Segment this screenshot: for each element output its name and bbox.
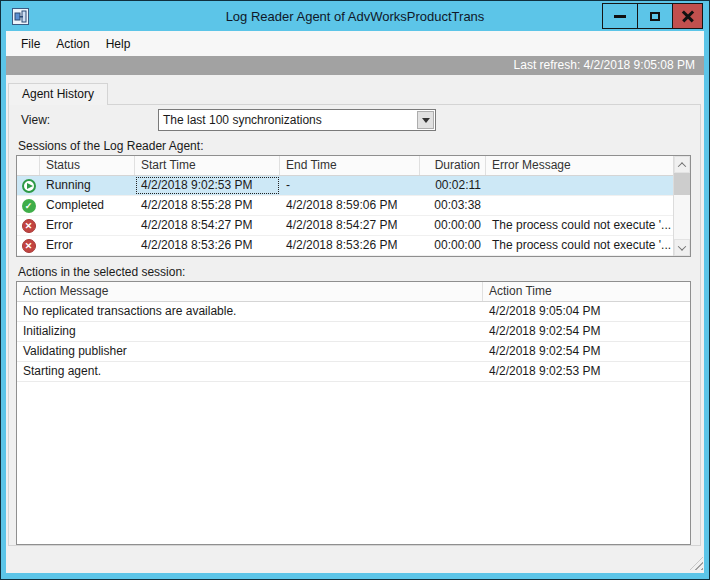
action-time-cell: 4/2/2018 9:02:54 PM	[483, 342, 690, 361]
resize-grip-icon[interactable]	[690, 557, 703, 570]
close-icon	[682, 10, 694, 22]
combobox-dropdown-button[interactable]	[417, 111, 434, 129]
action-message-cell: No replicated transactions are available…	[17, 302, 483, 321]
action-message-cell: Validating publisher	[17, 342, 483, 361]
column-header-status[interactable]: Status	[40, 156, 135, 175]
view-combobox[interactable]: The last 100 synchronizations	[158, 109, 436, 131]
sessions-scrollbar[interactable]	[673, 156, 690, 256]
session-row[interactable]: ✕Error4/2/2018 8:54:27 PM4/2/2018 8:54:2…	[17, 216, 673, 236]
end-time-cell: 4/2/2018 8:54:27 PM	[280, 216, 420, 235]
window-controls	[602, 3, 703, 29]
error-message-cell	[486, 176, 673, 195]
status-icon-cell: ✓	[17, 196, 40, 215]
scrollbar-track[interactable]	[674, 195, 690, 239]
status-cell: Error	[40, 236, 135, 255]
error-message-cell: The process could not execute '...	[486, 236, 673, 255]
status-icon-cell	[17, 176, 40, 195]
log-reader-agent-window: Log Reader Agent of AdvWorksProductTrans…	[0, 0, 710, 580]
view-row: View: The last 100 synchronizations	[16, 109, 691, 131]
action-row[interactable]: Starting agent.4/2/2018 9:02:53 PM	[17, 362, 690, 382]
duration-cell: 00:02:11	[420, 176, 486, 195]
action-time-cell: 4/2/2018 9:02:53 PM	[483, 362, 690, 381]
tab-strip: Agent History	[8, 82, 704, 104]
scroll-up-button[interactable]	[674, 156, 690, 173]
minimize-icon	[614, 15, 626, 18]
end-time-cell: 4/2/2018 8:53:26 PM	[280, 236, 420, 255]
start-time-cell: 4/2/2018 9:02:53 PM	[135, 176, 280, 195]
column-header-action-time[interactable]: Action Time	[483, 282, 690, 301]
menu-bar: File Action Help	[6, 31, 704, 56]
client-area: File Action Help Last refresh: 4/2/2018 …	[6, 31, 704, 573]
action-time-cell: 4/2/2018 9:02:54 PM	[483, 322, 690, 341]
action-message-cell: Initializing	[17, 322, 483, 341]
status-icon-cell: ✕	[17, 236, 40, 255]
sessions-table-main: Status Start Time End Time Duration Erro…	[17, 156, 673, 256]
session-row[interactable]: Running4/2/2018 9:02:53 PM-00:02:11	[17, 176, 673, 196]
duration-cell: 00:03:38	[420, 196, 486, 215]
actions-label: Actions in the selected session:	[18, 265, 691, 279]
actions-header: Action Message Action Time	[17, 282, 690, 302]
session-row[interactable]: ✕Error4/2/2018 8:53:26 PM4/2/2018 8:53:2…	[17, 236, 673, 256]
start-time-cell: 4/2/2018 8:54:27 PM	[135, 216, 280, 235]
content-area: Agent History View: The last 100 synchro…	[6, 75, 704, 573]
end-time-cell: 4/2/2018 8:59:06 PM	[280, 196, 420, 215]
column-header-error-message[interactable]: Error Message	[486, 156, 673, 175]
chevron-up-icon	[678, 162, 686, 170]
menu-action[interactable]: Action	[48, 33, 97, 55]
running-status-icon	[22, 179, 36, 193]
view-combobox-value: The last 100 synchronizations	[159, 113, 417, 127]
sessions-rows: Running4/2/2018 9:02:53 PM-00:02:11✓Comp…	[17, 176, 673, 256]
column-header-duration[interactable]: Duration	[420, 156, 486, 175]
action-row[interactable]: Initializing4/2/2018 9:02:54 PM	[17, 322, 690, 342]
view-label: View:	[16, 113, 158, 127]
menu-help[interactable]: Help	[98, 33, 139, 55]
tab-agent-history[interactable]: Agent History	[8, 83, 108, 105]
maximize-button[interactable]	[637, 3, 673, 29]
agent-history-panel: View: The last 100 synchronizations Sess…	[8, 104, 701, 546]
session-row[interactable]: ✓Completed4/2/2018 8:55:28 PM4/2/2018 8:…	[17, 196, 673, 216]
close-button[interactable]	[672, 3, 703, 29]
status-bar	[6, 546, 704, 573]
minimize-button[interactable]	[602, 3, 638, 29]
action-time-cell: 4/2/2018 9:05:04 PM	[483, 302, 690, 321]
completed-status-icon: ✓	[22, 199, 36, 213]
action-message-cell: Starting agent.	[17, 362, 483, 381]
sessions-label: Sessions of the Log Reader Agent:	[18, 139, 691, 153]
column-header-end-time[interactable]: End Time	[280, 156, 420, 175]
status-cell: Error	[40, 216, 135, 235]
duration-cell: 00:00:00	[420, 216, 486, 235]
actions-rows: No replicated transactions are available…	[17, 302, 690, 382]
error-message-cell	[486, 196, 673, 215]
error-message-cell: The process could not execute '...	[486, 216, 673, 235]
chevron-down-icon	[422, 118, 430, 123]
action-row[interactable]: Validating publisher4/2/2018 9:02:54 PM	[17, 342, 690, 362]
start-time-cell: 4/2/2018 8:55:28 PM	[135, 196, 280, 215]
maximize-icon	[650, 12, 660, 21]
end-time-cell: -	[280, 176, 420, 195]
column-header-action-message[interactable]: Action Message	[17, 282, 483, 301]
chevron-down-icon	[678, 242, 686, 250]
sessions-header: Status Start Time End Time Duration Erro…	[17, 156, 673, 176]
action-row[interactable]: No replicated transactions are available…	[17, 302, 690, 322]
column-header-start-time[interactable]: Start Time	[135, 156, 280, 175]
column-header-icon[interactable]	[17, 156, 40, 175]
status-cell: Running	[40, 176, 135, 195]
status-cell: Completed	[40, 196, 135, 215]
duration-cell: 00:00:00	[420, 236, 486, 255]
sessions-table: Status Start Time End Time Duration Erro…	[16, 155, 691, 257]
window-icon	[12, 8, 29, 25]
scrollbar-thumb[interactable]	[674, 173, 690, 195]
menu-file[interactable]: File	[13, 33, 48, 55]
scroll-down-button[interactable]	[674, 239, 690, 256]
status-icon-cell: ✕	[17, 216, 40, 235]
last-refresh-bar: Last refresh: 4/2/2018 9:05:08 PM	[6, 56, 704, 75]
title-bar[interactable]: Log Reader Agent of AdvWorksProductTrans	[1, 1, 709, 31]
error-status-icon: ✕	[22, 219, 36, 233]
actions-table: Action Message Action Time No replicated…	[16, 281, 691, 545]
error-status-icon: ✕	[22, 239, 36, 253]
start-time-cell: 4/2/2018 8:53:26 PM	[135, 236, 280, 255]
actions-table-main: Action Message Action Time No replicated…	[17, 282, 690, 544]
